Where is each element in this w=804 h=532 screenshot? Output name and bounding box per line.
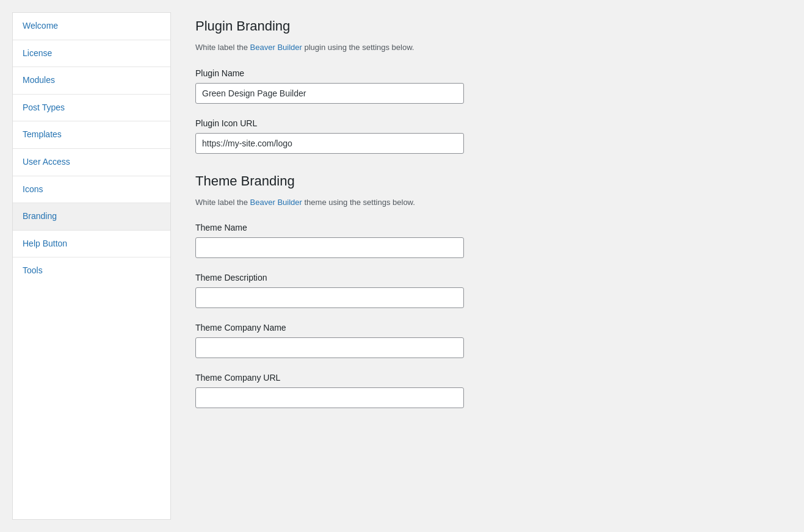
input-theme-description[interactable] xyxy=(195,287,464,308)
sidebar-item-post-types[interactable]: Post Types xyxy=(13,95,170,122)
label-theme-name: Theme Name xyxy=(195,223,780,232)
field-group-plugin-icon-url: Plugin Icon URL xyxy=(195,118,780,154)
field-group-theme-name: Theme Name xyxy=(195,223,780,258)
theme-desc-plain: White label the xyxy=(195,198,250,207)
sidebar-item-welcome[interactable]: Welcome xyxy=(13,13,170,40)
plugin-branding-title: Plugin Branding xyxy=(195,18,780,34)
label-theme-company-url: Theme Company URL xyxy=(195,373,780,383)
sidebar-item-user-access[interactable]: User Access xyxy=(13,149,170,176)
field-group-theme-description: Theme Description xyxy=(195,273,780,308)
label-plugin-icon-url: Plugin Icon URL xyxy=(195,118,780,128)
theme-desc-link: Beaver Builder xyxy=(250,198,302,207)
plugin-branding-section: Plugin Branding White label the Beaver B… xyxy=(195,18,780,154)
label-theme-company-name: Theme Company Name xyxy=(195,323,780,332)
sidebar-item-license[interactable]: License xyxy=(13,40,170,68)
label-theme-description: Theme Description xyxy=(195,273,780,282)
input-theme-name[interactable] xyxy=(195,237,464,258)
plugin-desc-after: plugin using the settings below. xyxy=(302,43,415,52)
plugin-desc-link: Beaver Builder xyxy=(250,43,302,52)
plugin-desc-plain: White label the xyxy=(195,43,250,52)
sidebar-item-icons[interactable]: Icons xyxy=(13,176,170,204)
sidebar-item-tools[interactable]: Tools xyxy=(13,257,170,284)
field-group-theme-company-name: Theme Company Name xyxy=(195,323,780,358)
plugin-branding-description: White label the Beaver Builder plugin us… xyxy=(195,41,780,54)
input-plugin-icon-url[interactable] xyxy=(195,133,464,154)
sidebar-item-templates[interactable]: Templates xyxy=(13,121,170,149)
input-theme-company-url[interactable] xyxy=(195,387,464,408)
theme-branding-description: White label the Beaver Builder theme usi… xyxy=(195,196,780,209)
theme-branding-title: Theme Branding xyxy=(195,173,780,189)
sidebar-item-modules[interactable]: Modules xyxy=(13,67,170,95)
sidebar-item-branding[interactable]: Branding xyxy=(13,203,170,231)
theme-desc-after: theme using the settings below. xyxy=(302,198,415,207)
input-plugin-name[interactable] xyxy=(195,83,464,104)
sidebar-item-help-button[interactable]: Help Button xyxy=(13,231,170,258)
sidebar: WelcomeLicenseModulesPost TypesTemplates… xyxy=(12,12,171,520)
theme-branding-section: Theme Branding White label the Beaver Bu… xyxy=(195,173,780,409)
label-plugin-name: Plugin Name xyxy=(195,68,780,78)
main-content: Plugin Branding White label the Beaver B… xyxy=(183,12,792,520)
input-theme-company-name[interactable] xyxy=(195,337,464,358)
field-group-plugin-name: Plugin Name xyxy=(195,68,780,104)
field-group-theme-company-url: Theme Company URL xyxy=(195,373,780,408)
